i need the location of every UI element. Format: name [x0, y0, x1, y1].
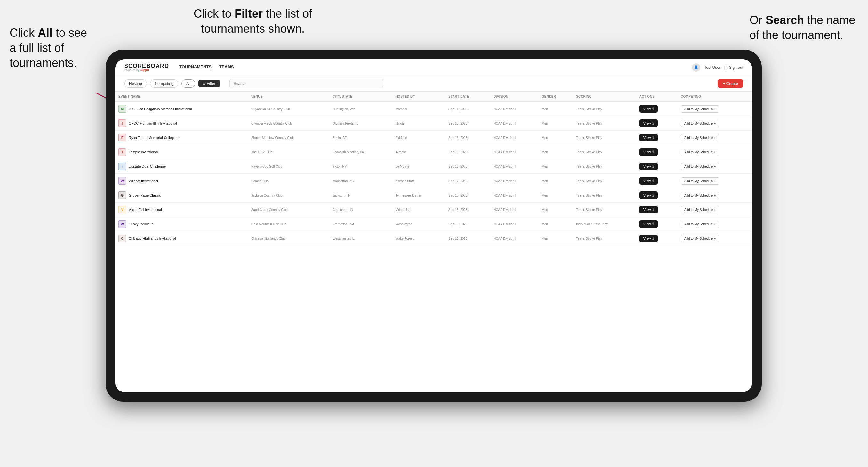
add-schedule-button[interactable]: Add to My Schedule +	[681, 206, 719, 214]
table-container[interactable]: EVENT NAME VENUE CITY, STATE HOSTED BY S…	[115, 92, 752, 392]
city-state-cell: Westchester, IL	[329, 231, 393, 246]
action-cell: View ℹ	[636, 131, 678, 145]
hosted-by-cell: Fairfield	[393, 131, 445, 145]
start-date-cell: Sep 18, 2023	[445, 217, 490, 231]
add-schedule-button[interactable]: Add to My Schedule +	[681, 221, 719, 228]
city-state-cell: Bremerton, WA	[329, 217, 393, 231]
view-button[interactable]: View ℹ	[640, 177, 658, 185]
table-body: M 2023 Joe Feaganes Marshall Invitationa…	[115, 102, 752, 246]
navbar: SCOREBOARD Powered by clippd TOURNAMENTS…	[115, 59, 752, 76]
event-name-text: Husky Individual	[129, 222, 154, 226]
team-icon: W	[118, 177, 126, 185]
event-name-text: Valpo Fall Invitational	[129, 208, 162, 212]
competing-cell: Add to My Schedule +	[678, 102, 752, 116]
hosted-by-cell: Temple	[393, 145, 445, 159]
city-state-cell: Manhattan, KS	[329, 174, 393, 188]
col-city-state: CITY, STATE	[329, 92, 393, 102]
city-state-cell: Plymouth Meeting, PA	[329, 145, 393, 159]
action-cell: View ℹ	[636, 174, 678, 188]
user-avatar: 👤	[692, 63, 700, 72]
start-date-cell: Sep 15, 2023	[445, 116, 490, 131]
event-name-cell: G Grover Page Classic	[115, 188, 248, 203]
tab-all[interactable]: All	[182, 80, 195, 88]
team-icon: I	[118, 119, 126, 127]
filter-label: Filter	[207, 81, 215, 86]
add-schedule-button[interactable]: Add to My Schedule +	[681, 177, 719, 185]
view-button[interactable]: View ℹ	[640, 220, 658, 228]
event-name-cell: V Valpo Fall Invitational	[115, 203, 248, 217]
city-state-cell: Olympia Fields, IL	[329, 116, 393, 131]
tab-hosting[interactable]: Hosting	[124, 80, 147, 88]
scoring-cell: Team, Stroke Play	[573, 174, 636, 188]
add-schedule-button[interactable]: Add to My Schedule +	[681, 192, 719, 199]
venue-cell: Sand Creek Country Club	[248, 203, 329, 217]
start-date-cell: Sep 18, 2023	[445, 203, 490, 217]
event-name-text: Temple Invitational	[129, 150, 158, 154]
view-button[interactable]: View ℹ	[640, 148, 658, 156]
annotation-topleft: Click All to see a full list of tourname…	[9, 26, 93, 70]
division-cell: NCAA Division I	[490, 217, 539, 231]
navbar-right: 👤 Test User | Sign out	[692, 63, 743, 72]
nav-tournaments[interactable]: TOURNAMENTS	[179, 64, 212, 70]
competing-cell: Add to My Schedule +	[678, 159, 752, 174]
logo-block: SCOREBOARD Powered by clippd	[124, 63, 169, 72]
gender-cell: Men	[539, 145, 573, 159]
scoring-cell: Team, Stroke Play	[573, 203, 636, 217]
competing-cell: Add to My Schedule +	[678, 145, 752, 159]
view-button[interactable]: View ℹ	[640, 119, 658, 127]
start-date-cell: Sep 11, 2023	[445, 102, 490, 116]
view-button[interactable]: View ℹ	[640, 163, 658, 170]
division-cell: NCAA Division I	[490, 174, 539, 188]
view-button[interactable]: View ℹ	[640, 206, 658, 214]
action-cell: View ℹ	[636, 145, 678, 159]
action-cell: View ℹ	[636, 116, 678, 131]
hosted-by-cell: Valparaiso	[393, 203, 445, 217]
event-name-text: Wildcat Invitational	[129, 179, 158, 183]
hosted-by-cell: Le Moyne	[393, 159, 445, 174]
view-button[interactable]: View ℹ	[640, 191, 658, 199]
start-date-cell: Sep 18, 2023	[445, 231, 490, 246]
team-icon: G	[118, 191, 126, 199]
venue-cell: Colbert Hills	[248, 174, 329, 188]
gender-cell: Men	[539, 174, 573, 188]
event-name-cell: F Ryan T. Lee Memorial Collegiate	[115, 131, 248, 145]
scoring-cell: Team, Stroke Play	[573, 145, 636, 159]
view-button[interactable]: View ℹ	[640, 134, 658, 142]
competing-cell: Add to My Schedule +	[678, 188, 752, 203]
hosted-by-cell: Kansas State	[393, 174, 445, 188]
create-button[interactable]: + Create	[718, 80, 743, 88]
event-name-cell: M 2023 Joe Feaganes Marshall Invitationa…	[115, 102, 248, 116]
venue-cell: Olympia Fields Country Club	[248, 116, 329, 131]
add-schedule-button[interactable]: Add to My Schedule +	[681, 134, 719, 142]
start-date-cell: Sep 16, 2023	[445, 131, 490, 145]
tablet-screen: SCOREBOARD Powered by clippd TOURNAMENTS…	[115, 59, 752, 392]
filter-button[interactable]: ≡ Filter	[198, 80, 220, 87]
division-cell: NCAA Division I	[490, 102, 539, 116]
team-icon: V	[118, 206, 126, 214]
start-date-cell: Sep 16, 2023	[445, 145, 490, 159]
col-hosted-by: HOSTED BY	[393, 92, 445, 102]
event-name-text: Grover Page Classic	[129, 193, 161, 197]
add-schedule-button[interactable]: Add to My Schedule +	[681, 120, 719, 127]
col-division: DIVISION	[490, 92, 539, 102]
sign-out-link[interactable]: Sign out	[729, 65, 743, 70]
division-cell: NCAA Division I	[490, 131, 539, 145]
view-button[interactable]: View ℹ	[640, 235, 658, 242]
event-name-text: Upstate Dual Challenge	[129, 164, 166, 168]
search-input[interactable]	[229, 79, 383, 88]
tab-competing[interactable]: Competing	[150, 80, 178, 88]
add-schedule-button[interactable]: Add to My Schedule +	[681, 105, 719, 113]
view-button[interactable]: View ℹ	[640, 105, 658, 113]
nav-teams[interactable]: TEAMS	[219, 64, 234, 70]
tournaments-table: EVENT NAME VENUE CITY, STATE HOSTED BY S…	[115, 92, 752, 246]
add-schedule-button[interactable]: Add to My Schedule +	[681, 235, 719, 242]
scoring-cell: Team, Stroke Play	[573, 102, 636, 116]
team-icon: C	[118, 235, 126, 242]
action-cell: View ℹ	[636, 231, 678, 246]
logo-powered: Powered by clippd	[124, 69, 169, 72]
competing-cell: Add to My Schedule +	[678, 174, 752, 188]
add-schedule-button[interactable]: Add to My Schedule +	[681, 163, 719, 170]
scoring-cell: Team, Stroke Play	[573, 188, 636, 203]
add-schedule-button[interactable]: Add to My Schedule +	[681, 149, 719, 156]
division-cell: NCAA Division I	[490, 116, 539, 131]
